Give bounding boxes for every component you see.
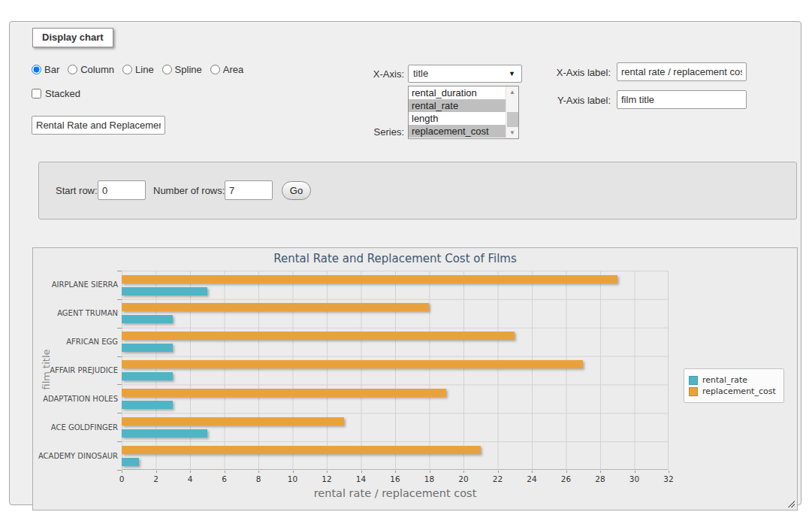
x-axis-tick-label: 10 bbox=[279, 474, 306, 483]
x-axis-tick-label: 0 bbox=[108, 474, 135, 483]
legend-item-rental_rate[interactable]: rental_rate bbox=[689, 375, 776, 385]
chart-type-radio-bar[interactable] bbox=[32, 65, 41, 74]
chart-type-radio-line[interactable] bbox=[122, 65, 132, 74]
chart-type-spline[interactable]: Spline bbox=[162, 64, 202, 75]
series-multiselect[interactable]: rental_durationrental_ratelengthreplacem… bbox=[408, 86, 519, 139]
x-axis-tick-label: 6 bbox=[211, 474, 238, 483]
x-axis-tick bbox=[327, 471, 328, 473]
x-axis-tick bbox=[463, 471, 464, 473]
bar-replacement_cost[interactable] bbox=[122, 389, 446, 397]
x-axis-tick bbox=[361, 471, 362, 473]
bar-rental_rate[interactable] bbox=[122, 344, 173, 352]
y-axis-label-input[interactable] bbox=[617, 90, 747, 109]
x-axis-selected-value: title bbox=[413, 68, 428, 79]
legend-label: rental_rate bbox=[702, 375, 747, 385]
y-axis-tick bbox=[117, 441, 122, 442]
x-axis-tick bbox=[430, 471, 430, 473]
x-axis-tick-label: 4 bbox=[177, 474, 204, 483]
y-axis-tick bbox=[117, 384, 122, 385]
x-axis-tick bbox=[395, 471, 396, 473]
bar-rental_rate[interactable] bbox=[122, 372, 173, 380]
x-axis-tick bbox=[635, 471, 635, 473]
category-label: AGENT TRUMAN bbox=[35, 299, 118, 328]
display-chart-panel: Display chart BarColumnLineSplineArea St… bbox=[9, 21, 801, 505]
x-axis-tick bbox=[156, 471, 157, 473]
series-option-replacement_cost[interactable]: replacement_cost bbox=[409, 125, 506, 138]
app-page: Display chart BarColumnLineSplineArea St… bbox=[0, 0, 812, 512]
chart-legend: rental_ratereplacement_cost bbox=[684, 368, 784, 403]
chart-title-input[interactable] bbox=[32, 116, 165, 135]
x-axis-tick-label: 28 bbox=[587, 474, 614, 483]
y-axis-tick bbox=[117, 271, 122, 271]
bar-replacement_cost[interactable] bbox=[122, 417, 344, 426]
chart-type-area[interactable]: Area bbox=[210, 64, 243, 75]
series-option-length[interactable]: length bbox=[409, 112, 506, 125]
chart-type-radio-spline[interactable] bbox=[162, 65, 172, 74]
bar-replacement_cost[interactable] bbox=[122, 303, 429, 311]
x-axis-tick bbox=[532, 471, 533, 473]
category-label: AIRPLANE SIERRA bbox=[35, 271, 118, 299]
x-axis-tick bbox=[498, 471, 499, 473]
y-axis-tick bbox=[117, 299, 122, 300]
bar-replacement_cost[interactable] bbox=[122, 360, 583, 368]
scroll-up-icon[interactable]: ▲ bbox=[506, 86, 518, 98]
y-axis-tick bbox=[117, 356, 122, 357]
bar-rental_rate[interactable] bbox=[122, 429, 207, 438]
x-axis-tick-label: 20 bbox=[450, 474, 477, 483]
chart-type-column[interactable]: Column bbox=[68, 64, 114, 75]
x-axis-tick-label: 22 bbox=[484, 474, 512, 483]
bar-replacement_cost[interactable] bbox=[122, 275, 617, 283]
go-button[interactable]: Go bbox=[282, 181, 311, 200]
series-option-rental_rate[interactable]: rental_rate bbox=[409, 99, 506, 112]
bar-replacement_cost[interactable] bbox=[122, 446, 481, 454]
x-axis-tick-label: 24 bbox=[518, 474, 545, 483]
series-select-label: Series: bbox=[325, 126, 404, 138]
x-axis-tick bbox=[258, 471, 259, 473]
x-axis-tick bbox=[190, 471, 191, 473]
stacked-label[interactable]: Stacked bbox=[45, 88, 80, 99]
start-row-label: Start row: bbox=[56, 185, 98, 196]
x-axis-tick-label: 14 bbox=[348, 474, 375, 483]
scroll-down-icon[interactable]: ▼ bbox=[506, 127, 518, 138]
bar-rental_rate[interactable] bbox=[122, 315, 173, 323]
stacked-checkbox[interactable] bbox=[32, 89, 41, 98]
series-options: rental_durationrental_ratelengthreplacem… bbox=[409, 86, 506, 138]
x-axis-tick-label: 12 bbox=[313, 474, 340, 483]
legend-label: replacement_cost bbox=[702, 386, 776, 396]
category-label: AFRICAN EGG bbox=[35, 328, 118, 356]
x-axis-tick bbox=[600, 471, 601, 473]
y-axis-label-label: Y-Axis label: bbox=[536, 95, 611, 106]
x-axis-tick bbox=[122, 471, 122, 473]
row-controls-panel: Start row: Number of rows: Go bbox=[38, 162, 797, 220]
start-row-input[interactable] bbox=[98, 180, 146, 200]
chevron-down-icon: ▼ bbox=[509, 65, 515, 83]
x-axis-tick-label: 16 bbox=[382, 474, 409, 483]
bar-rental_rate[interactable] bbox=[122, 287, 207, 295]
x-axis-select[interactable]: title ▼ bbox=[408, 65, 522, 83]
chart-type-radio-area[interactable] bbox=[210, 65, 220, 74]
legend-item-replacement_cost[interactable]: replacement_cost bbox=[689, 386, 776, 396]
chart-type-line[interactable]: Line bbox=[122, 64, 154, 75]
x-axis-label-label: X-Axis label: bbox=[536, 67, 611, 78]
legend-swatch-icon bbox=[689, 376, 698, 385]
category-label: AFFAIR PREJUDICE bbox=[35, 356, 118, 385]
series-scrollbar[interactable]: ▲ ▼ bbox=[506, 86, 518, 138]
num-rows-input[interactable] bbox=[225, 180, 273, 200]
panel-legend: Display chart bbox=[32, 28, 113, 47]
x-axis-label-input[interactable] bbox=[617, 62, 747, 81]
x-axis-tick bbox=[225, 471, 225, 473]
chart-type-bar[interactable]: Bar bbox=[32, 64, 59, 75]
x-axis-select-label: X-Axis: bbox=[340, 68, 404, 80]
x-axis-tick bbox=[669, 471, 669, 473]
chart-type-radio-column[interactable] bbox=[68, 65, 77, 74]
x-axis-tick-label: 2 bbox=[143, 474, 170, 483]
series-option-rental_duration[interactable]: rental_duration bbox=[409, 86, 506, 99]
bar-rental_rate[interactable] bbox=[122, 458, 139, 466]
resize-handle-icon[interactable] bbox=[786, 499, 795, 507]
chart-x-axis-title: rental rate / replacement cost bbox=[122, 487, 669, 499]
chart-container: Rental Rate and Replacement Cost of Film… bbox=[32, 247, 798, 510]
bar-replacement_cost[interactable] bbox=[122, 332, 515, 340]
x-axis-tick-label: 8 bbox=[245, 474, 272, 483]
bar-rental_rate[interactable] bbox=[122, 401, 173, 409]
category-label: ACADEMY DINOSAUR bbox=[35, 441, 118, 470]
